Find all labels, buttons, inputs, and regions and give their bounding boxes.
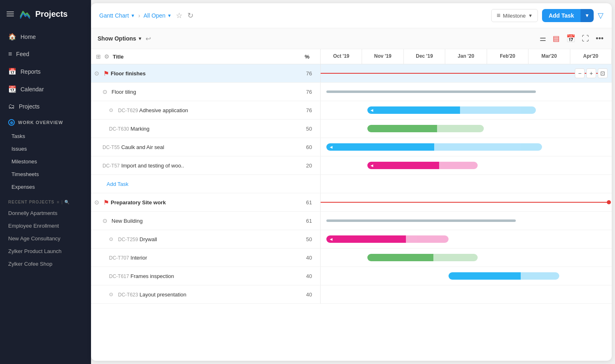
row-percent: 76 — [296, 70, 317, 77]
refresh-icon[interactable]: ↻ — [187, 10, 194, 21]
expand-icon[interactable]: ⊙ — [109, 107, 116, 113]
all-open-button[interactable]: All Open ▼ — [144, 12, 172, 19]
task-id: DC-T259 — [118, 237, 138, 242]
row-title[interactable]: DC-T259 Drywall — [118, 236, 295, 242]
row-left-t259: ⊙ DC-T259 Drywall 50 — [91, 230, 321, 248]
bar-fill-green — [367, 125, 437, 132]
row-right-t55: ◄ ► — [321, 138, 612, 156]
blue-bar-container: ◄ ► — [367, 106, 536, 114]
sidebar-item-projects[interactable]: 🗂 Projects — [0, 98, 91, 115]
fullscreen-icon[interactable]: ⛶ — [580, 33, 591, 45]
recent-project-2[interactable]: New Age Consultancy — [0, 232, 91, 245]
show-options-button[interactable]: Show Options ▼ — [98, 35, 142, 42]
rows-icon[interactable]: ⚌ — [538, 32, 548, 45]
row-left-t55: DC-T55 Caulk and Air seal 60 — [91, 138, 321, 156]
row-title[interactable]: DC-T55 Caulk and Air seal — [102, 144, 295, 150]
sidebar-item-calendar[interactable]: 📆 Calendar — [0, 80, 91, 98]
month-apr: Apr'20 — [570, 49, 612, 64]
recent-project-0[interactable]: Donnelly Apartments — [0, 207, 91, 219]
task-id: DC-T55 — [102, 145, 120, 150]
milestone-button[interactable]: ≡ Milestone ▼ — [491, 9, 538, 22]
row-title[interactable]: DC-T57 Import and testing of woo.. — [102, 163, 295, 169]
bar-fill-blue2: ◄ — [326, 143, 434, 151]
bar-fill-blue: ◄ — [367, 106, 460, 114]
row-percent: 61 — [296, 218, 317, 224]
task-id: DC-T623 — [118, 292, 138, 298]
show-options-dropdown-icon: ▼ — [138, 36, 142, 41]
row-title[interactable]: New Building — [112, 218, 295, 224]
row-title[interactable]: Preparatory Site work — [111, 199, 295, 206]
row-title[interactable]: DC-T629 Adhesive application — [118, 107, 295, 113]
filter-lines-icon[interactable]: ≡ — [57, 200, 60, 204]
settings-icon[interactable]: ⚙ — [104, 53, 109, 60]
row-left-t617: DC-T617 Frames inspection 40 — [91, 267, 321, 285]
gantt-left-header: ⊞ ⚙ Title % — [91, 49, 321, 64]
calendar-icon: 📆 — [8, 85, 16, 93]
expand-icon[interactable]: ⊙ — [102, 88, 110, 95]
row-percent: 50 — [296, 236, 317, 242]
expand-icon[interactable]: ⊙ — [102, 217, 110, 224]
row-left-t629: ⊙ DC-T629 Adhesive application 76 — [91, 101, 321, 119]
row-title[interactable]: DC-T707 Interior — [109, 255, 295, 261]
arrow-right-blue3: ► — [553, 274, 559, 278]
sidebar-item-expenses[interactable]: Expenses — [0, 181, 91, 193]
add-task-button[interactable]: Add Task — [542, 9, 581, 22]
zoom-in-button[interactable]: + — [586, 68, 596, 78]
undo-icon[interactable]: ↩ — [146, 35, 151, 43]
row-left-prep-site: ⊙ ⚑ Preparatory Site work 61 — [91, 193, 321, 211]
fit-button[interactable]: ⊡ — [598, 68, 608, 78]
bar-tail-blue: ► — [460, 106, 536, 114]
pink-bar2-container: ◄ ► — [326, 235, 449, 243]
hamburger-menu[interactable] — [7, 11, 14, 16]
title-column-header: Title — [113, 54, 296, 60]
more-options-icon[interactable]: ••• — [594, 33, 605, 45]
search-icon[interactable]: 🔍 — [64, 200, 70, 204]
sidebar-item-tasks[interactable]: Tasks — [0, 130, 91, 142]
table-row: DC-T630 Marking 50 ► — [91, 120, 612, 138]
row-title[interactable]: Floor finishes — [111, 70, 295, 77]
recent-project-1[interactable]: Employee Enrollment — [0, 219, 91, 232]
recent-project-4[interactable]: Zylker Cofee Shop — [0, 258, 91, 270]
blue-bar3-container: ► — [449, 272, 559, 280]
recent-project-3[interactable]: Zylker Product Launch — [0, 245, 91, 258]
gantt-view-icon[interactable]: ▤ — [551, 32, 561, 45]
row-right-t617: ► — [321, 267, 612, 285]
add-task-link[interactable]: Add Task — [94, 181, 128, 187]
month-dec: Dec '19 — [404, 49, 445, 64]
expand-icon[interactable]: ⊙ — [94, 199, 102, 206]
sidebar-item-home[interactable]: 🏠 Home — [0, 28, 91, 45]
gantt-chart-button[interactable]: Gantt Chart ▼ — [99, 12, 135, 19]
row-percent: 40 — [296, 273, 317, 279]
breadcrumb-separator: › — [138, 12, 140, 19]
row-percent: 20 — [296, 163, 317, 169]
sidebar-item-issues[interactable]: Issues — [0, 142, 91, 155]
zoom-out-button[interactable]: − — [575, 68, 585, 78]
row-title[interactable]: Floor tiling — [112, 89, 295, 95]
sidebar-item-reports[interactable]: 📅 Reports — [0, 63, 91, 80]
filter-icon[interactable]: ▽ — [598, 11, 604, 20]
sidebar-item-feed[interactable]: ≡ Feed — [0, 45, 91, 63]
expand-icon[interactable]: ⊙ — [94, 70, 102, 77]
row-title[interactable]: DC-T617 Frames inspection — [109, 273, 295, 279]
row-percent: 76 — [296, 89, 317, 95]
expand-icon[interactable]: ⊙ — [109, 236, 116, 242]
bar-fill-green2 — [367, 254, 434, 261]
work-overview-header[interactable]: ⊕ WORK OVERVIEW — [0, 115, 91, 130]
expand-icon[interactable]: ⊙ — [109, 292, 116, 297]
work-overview-icon: ⊕ — [8, 119, 15, 126]
row-left-add-task: Add Task — [91, 175, 321, 193]
row-title[interactable]: DC-T630 Marking — [109, 126, 295, 132]
row-title[interactable]: DC-T623 Layout presentation — [118, 292, 295, 298]
red-bar2 — [321, 202, 608, 203]
expand-all-icon[interactable]: ⊞ — [96, 53, 101, 60]
row-left-t623: ⊙ DC-T623 Layout presentation 40 — [91, 285, 321, 303]
bar-tail-pink: ► — [439, 162, 478, 169]
calendar-view-icon[interactable]: 📅 — [565, 32, 577, 45]
sidebar-item-timesheets[interactable]: Timesheets — [0, 168, 91, 181]
task-id: DC-T630 — [109, 126, 129, 132]
pink-bar-container: ◄ ► — [367, 162, 478, 169]
star-icon[interactable]: ☆ — [175, 10, 183, 21]
sidebar-item-milestones[interactable]: Milestones — [0, 155, 91, 168]
add-task-dropdown-button[interactable]: ▼ — [581, 9, 594, 22]
flag-icon: ⚑ — [103, 70, 109, 77]
